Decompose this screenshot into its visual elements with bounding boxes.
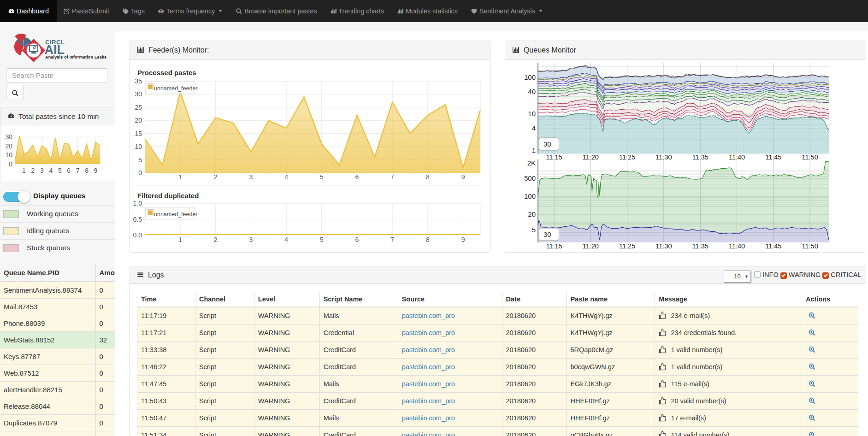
svg-text:8: 8 bbox=[426, 236, 430, 243]
svg-text:5: 5 bbox=[532, 226, 536, 234]
svg-text:11:40: 11:40 bbox=[729, 153, 745, 161]
svg-text:1: 1 bbox=[532, 146, 536, 154]
svg-text:Processed pastes: Processed pastes bbox=[137, 69, 196, 77]
svg-text:5: 5 bbox=[58, 167, 62, 174]
svg-text:5: 5 bbox=[320, 236, 324, 243]
svg-text:11:25: 11:25 bbox=[619, 153, 635, 161]
svg-text:6: 6 bbox=[355, 173, 359, 181]
svg-text:30: 30 bbox=[543, 230, 551, 238]
svg-text:100: 100 bbox=[524, 73, 536, 81]
svg-text:15: 15 bbox=[135, 130, 142, 137]
svg-text:11:40: 11:40 bbox=[729, 242, 745, 250]
svg-text:8: 8 bbox=[426, 173, 430, 181]
svg-text:11:50: 11:50 bbox=[802, 153, 818, 161]
svg-text:9: 9 bbox=[461, 236, 465, 243]
svg-text:7: 7 bbox=[76, 167, 80, 174]
svg-text:2: 2 bbox=[214, 236, 218, 243]
svg-text:4: 4 bbox=[284, 236, 288, 243]
svg-text:3: 3 bbox=[249, 173, 253, 181]
svg-text:4: 4 bbox=[532, 124, 536, 132]
svg-text:20: 20 bbox=[528, 210, 536, 218]
svg-text:1: 1 bbox=[178, 236, 182, 243]
svg-text:20: 20 bbox=[135, 117, 142, 124]
svg-text:11:25: 11:25 bbox=[619, 242, 635, 250]
svg-text:35: 35 bbox=[135, 77, 142, 85]
svg-text:4: 4 bbox=[284, 173, 288, 181]
svg-text:3: 3 bbox=[40, 167, 44, 174]
svg-text:11:20: 11:20 bbox=[583, 153, 599, 161]
svg-text:5: 5 bbox=[320, 173, 324, 181]
svg-text:2K: 2K bbox=[527, 159, 536, 167]
svg-text:20: 20 bbox=[5, 142, 12, 150]
svg-text:1: 1 bbox=[22, 167, 26, 174]
svg-text:5: 5 bbox=[138, 156, 142, 164]
svg-text:0: 0 bbox=[138, 169, 142, 177]
svg-text:11:30: 11:30 bbox=[655, 242, 672, 250]
svg-text:1.0: 1.0 bbox=[133, 200, 142, 207]
svg-text:0.5: 0.5 bbox=[133, 216, 142, 223]
svg-text:500: 500 bbox=[524, 174, 536, 182]
svg-text:2: 2 bbox=[214, 173, 218, 181]
svg-text:8: 8 bbox=[85, 167, 89, 174]
svg-text:11:35: 11:35 bbox=[692, 242, 709, 250]
svg-text:unnamed_feeder: unnamed_feeder bbox=[154, 85, 198, 92]
svg-text:2: 2 bbox=[31, 167, 35, 174]
svg-text:11:45: 11:45 bbox=[765, 242, 781, 250]
svg-text:6: 6 bbox=[67, 167, 71, 174]
svg-text:30: 30 bbox=[5, 133, 12, 141]
svg-text:100: 100 bbox=[524, 192, 536, 200]
svg-text:30: 30 bbox=[543, 140, 551, 148]
svg-text:7: 7 bbox=[390, 173, 394, 181]
svg-text:10: 10 bbox=[528, 110, 536, 118]
svg-text:6: 6 bbox=[355, 236, 359, 243]
svg-text:11:20: 11:20 bbox=[583, 242, 599, 250]
svg-text:0.0: 0.0 bbox=[133, 231, 142, 239]
svg-text:0: 0 bbox=[9, 160, 12, 168]
svg-text:11:45: 11:45 bbox=[765, 153, 781, 161]
svg-text:1: 1 bbox=[178, 173, 182, 181]
svg-text:4: 4 bbox=[49, 167, 53, 174]
svg-text:10: 10 bbox=[135, 143, 142, 150]
svg-text:11:50: 11:50 bbox=[802, 242, 818, 250]
svg-text:11:30: 11:30 bbox=[655, 153, 672, 161]
svg-text:11:35: 11:35 bbox=[692, 153, 709, 161]
svg-text:10: 10 bbox=[5, 151, 12, 159]
svg-text:40: 40 bbox=[528, 88, 536, 95]
svg-text:7: 7 bbox=[390, 236, 394, 243]
svg-text:30: 30 bbox=[135, 90, 142, 98]
svg-text:9: 9 bbox=[94, 167, 98, 174]
svg-text:unnamed_feeder: unnamed_feeder bbox=[154, 211, 198, 218]
svg-text:3: 3 bbox=[249, 236, 253, 243]
svg-text:11:15: 11:15 bbox=[546, 242, 562, 250]
svg-text:25: 25 bbox=[135, 104, 142, 111]
svg-text:Filtered duplicated: Filtered duplicated bbox=[137, 192, 199, 200]
svg-text:9: 9 bbox=[461, 173, 465, 181]
svg-text:11:15: 11:15 bbox=[546, 153, 562, 161]
